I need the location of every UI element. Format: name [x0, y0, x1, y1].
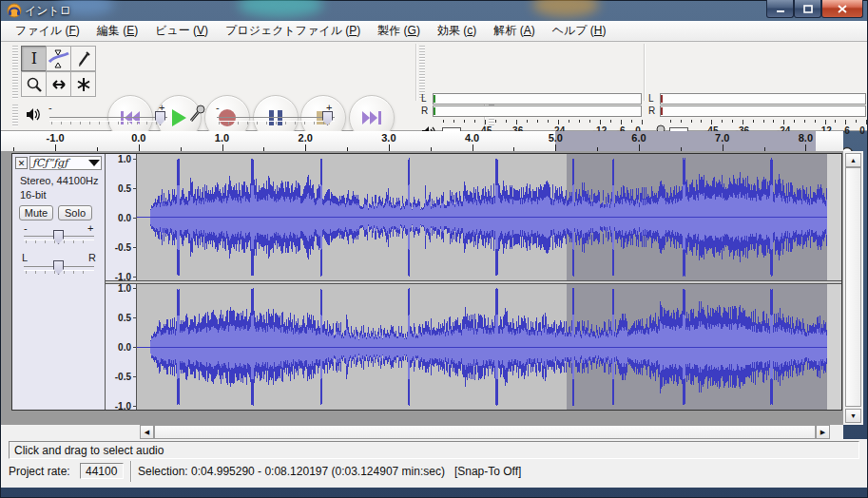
- audio-track[interactable]: ✕ ƒCƒ“ƒgƒ Stereo, 44100Hz 16-bit Mute So…: [11, 153, 842, 411]
- meter-scale-tick: [835, 120, 836, 123]
- meter-zero-tick: [434, 95, 435, 103]
- menu-item-0[interactable]: ファイル (F): [7, 21, 88, 41]
- waveform-right-channel[interactable]: [137, 284, 841, 410]
- meter-zero-tick: [661, 95, 663, 103]
- ruler-label: -1.0: [47, 132, 65, 144]
- vruler-label: -0.5: [115, 241, 131, 252]
- track-control-panel[interactable]: ✕ ƒCƒ“ƒgƒ Stereo, 44100Hz 16-bit Mute So…: [12, 154, 106, 410]
- ruler-tick: [139, 144, 140, 151]
- scroll-up-icon[interactable]: ▲: [845, 153, 861, 167]
- meter-scale-tick: [631, 120, 632, 123]
- vertical-ruler-left[interactable]: 1.00.50.0-0.5-1.0: [106, 154, 137, 280]
- solo-button[interactable]: Solo: [58, 205, 92, 220]
- waveform-left-channel[interactable]: [137, 154, 841, 280]
- pan-left: L: [22, 252, 28, 263]
- input-slider-min: -: [216, 102, 220, 113]
- meter-scale-tick: [794, 120, 795, 123]
- scroll-left-icon[interactable]: ◀: [140, 425, 154, 439]
- meter-scale-tick: [474, 120, 475, 123]
- microphone-icon: [189, 105, 206, 124]
- selection-info: Selection: 0:04.995290 - 0:08.120197 (0:…: [138, 465, 521, 478]
- meter-bar: [433, 93, 642, 105]
- vertical-scrollbar[interactable]: ▲ ▼: [843, 151, 863, 425]
- scroll-down-icon[interactable]: ▼: [845, 409, 861, 423]
- ruler-label: 0.0: [131, 132, 145, 144]
- toolbar-separator: [415, 44, 416, 101]
- meter-bar: [433, 105, 642, 117]
- status-message: Click and drag to select audio: [9, 441, 859, 459]
- zoom-tool-button[interactable]: [21, 71, 47, 97]
- menu-item-6[interactable]: 解析 (A): [485, 21, 543, 41]
- vruler-tick: [133, 188, 136, 189]
- ruler-tick: [305, 144, 306, 151]
- mute-button[interactable]: Mute: [19, 205, 53, 220]
- envelope-tool-button[interactable]: [46, 46, 71, 71]
- meter-scale-tick: [701, 120, 702, 123]
- horizontal-scroll-thumb[interactable]: [154, 425, 816, 439]
- meter-scale-tick: [443, 120, 444, 123]
- vruler-tick: [133, 277, 136, 278]
- ruler-label: 7.0: [715, 132, 729, 144]
- menu-item-1[interactable]: 編集 (E): [88, 21, 146, 41]
- vertical-ruler-right[interactable]: 1.00.50.0-0.5-1.0: [106, 284, 137, 410]
- ruler-label: 5.0: [549, 132, 563, 144]
- meter-scale-tick: [691, 120, 692, 123]
- multi-tool-button[interactable]: [70, 71, 96, 97]
- meter-scale-tick: [506, 120, 507, 123]
- menu-bar: ファイル (F)編集 (E)ビュー (V)プロジェクトファイル (P)製作 (G…: [1, 21, 867, 42]
- ruler-label: 1.0: [215, 132, 229, 144]
- track-area[interactable]: ✕ ƒCƒ“ƒgƒ Stereo, 44100Hz 16-bit Mute So…: [1, 151, 843, 425]
- meter-scale-tick: [825, 120, 826, 124]
- track-close-button[interactable]: ✕: [15, 157, 28, 169]
- menu-item-2[interactable]: ビュー (V): [146, 21, 217, 41]
- track-menu-icon[interactable]: [88, 160, 100, 166]
- menu-item-4[interactable]: 製作 (G): [369, 21, 429, 41]
- meter-scale-tick: [722, 120, 723, 123]
- menu-item-3[interactable]: プロジェクトファイル (P): [217, 21, 369, 41]
- input-slider-ticks: [219, 122, 333, 124]
- meter-scale-tick: [711, 120, 712, 124]
- selection-tool-button[interactable]: I: [21, 46, 47, 71]
- menu-item-7[interactable]: ヘルプ (H): [544, 21, 615, 41]
- scroll-right-icon[interactable]: ▶: [816, 425, 830, 439]
- window-title: イントロ: [25, 3, 71, 19]
- ruler-tick: [389, 144, 390, 151]
- vruler-label: -0.5: [115, 372, 131, 382]
- maximize-button[interactable]: [794, 0, 821, 18]
- mixer-toolbar-grip[interactable]: [12, 105, 18, 127]
- timeline-selection: [555, 131, 816, 153]
- toolbar-separator: [644, 44, 645, 101]
- draw-tool-button[interactable]: [70, 46, 96, 71]
- audacity-logo-icon: [7, 3, 22, 18]
- vruler-label: 1.0: [118, 153, 131, 163]
- project-rate-value[interactable]: 44100: [80, 463, 124, 479]
- ruler-label: 4.0: [465, 132, 479, 144]
- speaker-icon: [26, 107, 42, 122]
- track-format: Stereo, 44100Hz: [20, 175, 99, 186]
- ruler-tick: [723, 144, 723, 151]
- meter-scale-tick: [783, 120, 784, 124]
- meter-scale-tick: [600, 120, 601, 124]
- meter-channel-label: L: [421, 93, 427, 104]
- meter-scale-tick: [732, 120, 733, 123]
- meter-scale-tick: [773, 120, 774, 123]
- ruler-tick: [222, 144, 223, 151]
- channel-divider: [106, 280, 841, 284]
- timeline-ruler[interactable]: -1.00.01.02.03.04.05.06.07.08.0: [1, 131, 843, 153]
- horizontal-scrollbar[interactable]: ◀ ▶: [1, 425, 843, 439]
- vruler-tick: [133, 406, 136, 407]
- close-button[interactable]: [821, 0, 863, 18]
- meter-scale-label: 0: [859, 125, 865, 136]
- meter-channel-label: L: [648, 93, 654, 104]
- pan-right: R: [88, 252, 96, 263]
- meter-channel-label: R: [648, 105, 655, 116]
- meter-scale-tick: [753, 120, 754, 123]
- title-bar[interactable]: イントロ: [0, 0, 868, 21]
- timeshift-tool-button[interactable]: [46, 71, 71, 97]
- vertical-scroll-thumb[interactable]: [845, 167, 861, 407]
- menu-item-5[interactable]: 効果 (c): [429, 21, 485, 41]
- tools-toolbar-grip[interactable]: [12, 46, 18, 99]
- meter-scale-tick: [589, 120, 590, 123]
- minimize-button[interactable]: [766, 0, 794, 18]
- audacity-window: イントロ ファイル (F)編集 (E)ビュー (V)プロジェクトファイル (P)…: [0, 0, 868, 498]
